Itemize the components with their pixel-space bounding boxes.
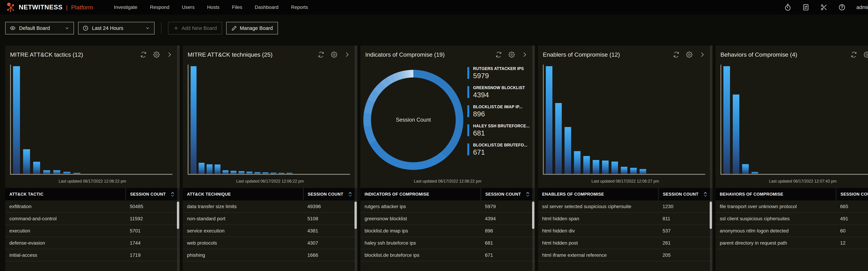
table-row[interactable]: ssl server selected suspicious ciphersui… <box>538 201 712 213</box>
bar-chart <box>5 64 180 176</box>
row-session-count: 261 <box>658 240 712 246</box>
legend-value: 671 <box>473 148 527 156</box>
sort-desc-icon <box>704 194 707 197</box>
table-row[interactable]: file transport over unknown protocol665 <box>716 201 868 213</box>
sort-control[interactable] <box>348 192 352 197</box>
nav-item-users[interactable]: Users <box>182 4 195 10</box>
nav-item-respond[interactable]: Respond <box>150 4 169 10</box>
bar <box>43 170 50 174</box>
column-header-session-count[interactable]: SESSION COUNT <box>836 188 868 201</box>
legend-item[interactable]: HALEY SSH BRUTEFORCE...681 <box>467 124 533 137</box>
table-row[interactable]: html hidden span811 <box>538 213 712 225</box>
expand-panel-chevron-icon[interactable] <box>166 52 173 58</box>
panel-scrollbar-track[interactable] <box>710 46 712 271</box>
stopwatch-icon[interactable] <box>784 4 792 11</box>
sort-control[interactable] <box>526 192 530 197</box>
table-row[interactable]: service execution4381 <box>183 225 357 237</box>
sort-control[interactable] <box>704 192 707 197</box>
brand[interactable]: NETWITNESS | Platform <box>6 2 93 13</box>
table-row[interactable]: haley ssh bruteforce ips681 <box>361 237 535 249</box>
table-row[interactable]: html iframe external reference205 <box>538 249 712 261</box>
column-header-name[interactable]: INDICATORS OF COMPROMISE <box>361 188 481 201</box>
table-row[interactable]: rutgers attacker ips5979 <box>361 201 535 213</box>
panel-scrollbar-track[interactable] <box>355 46 357 271</box>
table-row[interactable]: html hidden div537 <box>538 225 712 237</box>
jobs-panel-icon[interactable] <box>802 4 809 11</box>
column-header-session-count[interactable]: SESSION COUNT <box>658 188 712 201</box>
table-row[interactable]: web protocols4307 <box>183 237 357 249</box>
table-row[interactable]: data transfer size limits49396 <box>183 201 357 213</box>
legend-color-bar <box>467 67 469 79</box>
help-icon[interactable] <box>838 4 846 11</box>
row-session-count: 1719 <box>125 252 180 258</box>
panel-scrollbar-track[interactable] <box>177 46 180 271</box>
legend-item[interactable]: GREENSNOW BLOCKLIST4394 <box>467 86 533 99</box>
column-header-session-count[interactable]: SESSION COUNT <box>125 188 180 201</box>
gear-icon[interactable] <box>508 52 515 58</box>
table-scrollbar-thumb[interactable] <box>532 202 534 229</box>
panel-scrollbar-track[interactable] <box>532 46 535 271</box>
refresh-icon[interactable] <box>140 52 147 58</box>
gear-icon[interactable] <box>331 52 337 58</box>
row-session-count: 681 <box>481 240 535 246</box>
gear-icon[interactable] <box>686 52 692 58</box>
table-scrollbar-thumb[interactable] <box>354 202 357 229</box>
manage-board-button[interactable]: Manage Board <box>226 22 278 34</box>
panel-mitre-attck-tactics: MITRE ATT&CK tactics (12) Last updated 0… <box>5 46 180 271</box>
gear-icon[interactable] <box>864 52 868 58</box>
table-row[interactable]: defense-evasion1744 <box>5 237 180 249</box>
nav-item-hosts[interactable]: Hosts <box>207 4 220 10</box>
panel-header: Enablers of Compromise (12) <box>538 46 712 64</box>
expand-panel-chevron-icon[interactable] <box>699 52 706 58</box>
table-row[interactable]: non-standard port5108 <box>183 213 357 225</box>
expand-panel-chevron-icon[interactable] <box>522 52 528 58</box>
legend-item[interactable]: RUTGERS ATTACKER IPS5979 <box>467 66 533 80</box>
legend-item[interactable]: BLOCKLIST.DE IMAP IP...896 <box>467 104 533 118</box>
add-new-board-button[interactable]: Add New Board <box>168 22 222 34</box>
gear-icon[interactable] <box>153 52 160 58</box>
dashboard-panels: MITRE ATT&CK tactics (12) Last updated 0… <box>0 46 868 271</box>
table-row[interactable]: command-and-control11592 <box>5 213 180 225</box>
table-row[interactable]: phishing1666 <box>183 249 357 261</box>
time-range-select[interactable]: Last 24 Hours <box>78 22 155 34</box>
column-header-name[interactable]: BEHAVIORS OF COMPROMISE <box>716 188 836 201</box>
expand-panel-chevron-icon[interactable] <box>344 52 350 58</box>
column-header-name[interactable]: ATT&CK TACTIC <box>5 188 125 201</box>
bar <box>73 173 81 174</box>
table-scrollbar-thumb[interactable] <box>710 202 712 229</box>
table-row[interactable]: html hidden post261 <box>538 237 712 249</box>
refresh-icon[interactable] <box>673 52 679 58</box>
table-row[interactable]: exfiltration50485 <box>5 201 180 213</box>
bar <box>271 173 276 174</box>
table-row[interactable]: blocklist.de bruteforce ips671 <box>361 249 535 261</box>
user-menu[interactable]: admin <box>856 4 868 10</box>
refresh-icon[interactable] <box>318 52 324 58</box>
refresh-icon[interactable] <box>850 52 857 58</box>
nav-item-investigate[interactable]: Investigate <box>114 4 137 10</box>
sort-control[interactable] <box>170 192 175 197</box>
legend-item[interactable]: BLOCKLIST.DE BRUTEFO...671 <box>467 143 533 156</box>
column-header-name[interactable]: ATT&CK TECHNIQUE <box>183 188 303 201</box>
table-row[interactable]: greensnow blocklist4394 <box>361 213 535 225</box>
column-header-session-count[interactable]: SESSION COUNT <box>303 188 357 201</box>
column-header-session-count[interactable]: SESSION COUNT <box>481 188 535 201</box>
column-header-name[interactable]: ENABLERS OF COMPROMISE <box>538 188 658 201</box>
tools-icon[interactable] <box>820 4 828 11</box>
nav-item-reports[interactable]: Reports <box>291 4 308 10</box>
session-count-label: SESSION COUNT <box>840 192 868 197</box>
table-scrollbar-thumb[interactable] <box>177 202 179 229</box>
table-row[interactable]: execution5701 <box>5 225 180 237</box>
bar <box>254 172 260 174</box>
row-name: greensnow blocklist <box>361 216 481 221</box>
table-row[interactable]: blocklist.de imap ips896 <box>361 225 535 237</box>
row-session-count: 5701 <box>125 228 180 234</box>
board-select[interactable]: Default Board <box>5 22 74 34</box>
nav-item-dashboard[interactable]: Dashboard <box>255 4 278 10</box>
clock-icon <box>83 25 89 31</box>
table-row[interactable]: anonymous ntlm logon detected60 <box>716 225 868 237</box>
table-row[interactable]: initial-access1719 <box>5 249 180 261</box>
nav-item-files[interactable]: Files <box>232 4 242 10</box>
table-row[interactable]: parent directory in request path12 <box>716 237 868 249</box>
refresh-icon[interactable] <box>495 52 502 58</box>
table-row[interactable]: ssl client suspicious ciphersuites491 <box>716 213 868 225</box>
